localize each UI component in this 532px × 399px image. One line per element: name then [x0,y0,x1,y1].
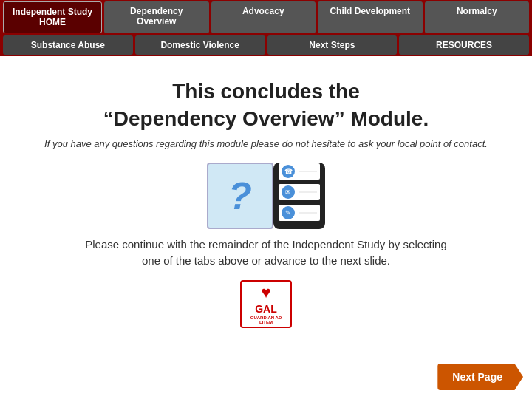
nav-bar: Independent Study HOME Dependency Overvi… [0,0,532,56]
phone-email-icon: ✉ [282,185,295,199]
illustration-area: ? ☎ ✉ ✎ [30,163,502,229]
main-title: This concludes the “Dependency Overview”… [30,78,502,132]
question-mark-icon: ? [228,174,252,218]
nav-dep-overview[interactable]: Dependency Overview [104,1,209,33]
nav-row-1: Independent Study HOME Dependency Overvi… [3,1,529,33]
gal-logo-text: GAL GUARDIAN AD LITEM [245,304,287,325]
gal-logo: ♥ GAL GUARDIAN AD LITEM [240,280,292,328]
lower-text: Please continue with the remainder of th… [30,236,502,270]
phone-call-row: ☎ [279,163,320,180]
phone-call-icon: ☎ [282,165,295,178]
phone-edit-icon: ✎ [282,206,295,219]
nav-substance[interactable]: Substance Abuse [3,35,133,55]
phone-email-row: ✉ [279,184,320,200]
gal-heart-icon: ♥ [261,283,270,302]
nav-resources[interactable]: RESOURCES [399,35,529,55]
question-box-illustration: ? [207,163,273,229]
phone-illustration: ☎ ✉ ✎ [273,163,325,229]
main-content: This concludes the “Dependency Overview”… [0,56,532,335]
nav-row-2: Substance Abuse Domestic Violence Next S… [3,35,529,55]
nav-advocacy[interactable]: Advocacy [211,1,316,33]
nav-child-dev[interactable]: Child Development [318,1,423,33]
nav-next-steps[interactable]: Next Steps [267,35,398,55]
logo-area: ♥ GAL GUARDIAN AD LITEM [30,280,502,328]
next-page-button[interactable]: Next Page [437,364,523,390]
nav-domestic[interactable]: Domestic Violence [135,35,265,55]
nav-home[interactable]: Independent Study HOME [3,1,102,33]
phone-edit-row: ✎ [279,205,320,221]
subtitle-text: If you have any questions regarding this… [30,138,502,149]
nav-normalcy[interactable]: Normalcy [425,1,530,33]
